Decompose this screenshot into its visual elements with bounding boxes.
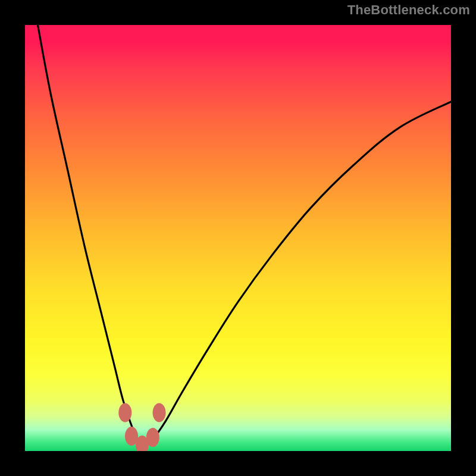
- bottleneck-curve-path: [37, 25, 451, 446]
- chart-frame: TheBottleneck.com: [0, 0, 476, 476]
- plot-area: [25, 25, 451, 451]
- bottleneck-curve-svg: [25, 25, 451, 451]
- curve-markers-group: [118, 403, 165, 451]
- curve-marker: [153, 403, 166, 422]
- watermark-text: TheBottleneck.com: [347, 2, 470, 18]
- curve-marker: [118, 403, 131, 422]
- curve-marker: [146, 428, 159, 447]
